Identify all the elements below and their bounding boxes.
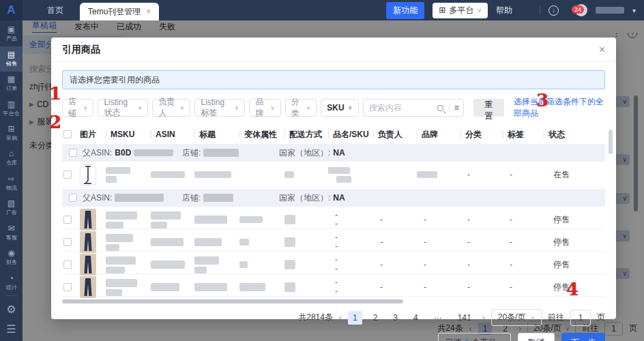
finance-icon: ◉ — [8, 249, 14, 257]
col-shipping: 配送方式 — [284, 130, 328, 138]
notification-badge: 24 — [572, 5, 584, 14]
product-image-jeans — [80, 209, 96, 231]
search-box: ≡ — [363, 99, 464, 117]
annotation-2: 2 — [49, 113, 61, 131]
customer-service-icon: ✉ — [8, 224, 14, 233]
orders-icon: ▦ — [8, 75, 15, 83]
annotation-1: 1 — [49, 85, 61, 102]
chevron-down-icon: ∨ — [270, 104, 275, 111]
tab-home[interactable]: 首页 — [38, 5, 73, 16]
page-size-select[interactable]: 20条/页∨ — [491, 309, 542, 326]
sidebar-item-purchasing[interactable]: ⊞采购 — [0, 121, 23, 146]
listing-tag-filter-dropdown[interactable]: Listing标签∨ — [194, 99, 245, 117]
username-redacted — [596, 7, 624, 14]
product-row[interactable]: - - 在售 — [62, 162, 605, 188]
sidebar-item-statistics[interactable]: ◔统计 — [0, 271, 23, 295]
product-row[interactable]: -- - - - - 停售 — [62, 229, 605, 252]
page-number-active[interactable]: 1 — [348, 311, 362, 325]
sku-field-dropdown[interactable]: SKU∨ — [321, 99, 359, 117]
prev-page-icon[interactable]: ‹ — [339, 313, 342, 323]
shop-filter-dropdown[interactable]: 店铺∨ — [62, 99, 93, 117]
statistics-icon: ◔ — [9, 274, 14, 282]
tab-label: Temu刊登管理 — [88, 6, 141, 18]
category-filter-dropdown[interactable]: 分类∨ — [285, 99, 317, 117]
row-checkbox[interactable] — [63, 261, 72, 269]
product-row[interactable]: -- - - - - 停售 — [62, 207, 605, 229]
status-stopped: 停售 — [544, 214, 593, 226]
product-row[interactable]: -- - - - - 停售 — [62, 274, 605, 297]
sidebar-item-logistics[interactable]: ⇨物流 — [0, 171, 23, 196]
page-number[interactable]: 4 — [409, 311, 423, 325]
sidebar-item-orders[interactable]: ▦订单 — [0, 72, 23, 96]
collapse-menu-icon[interactable]: ☰ — [6, 323, 16, 336]
sidebar-item-sales[interactable]: ▤销售 — [0, 46, 23, 71]
redacted-asin — [115, 194, 164, 202]
support-bell-icon[interactable] — [521, 5, 531, 15]
redacted-shop — [203, 149, 239, 157]
row-checkbox[interactable] — [63, 170, 72, 179]
sidebar-item-ads[interactable]: ▧广告 — [0, 196, 23, 220]
filter-row: 店铺∨ Listing状态∨ 负责人∨ Listing标签∨ 品牌∨ 分类∨ S… — [62, 96, 605, 119]
redacted-shop — [203, 194, 233, 202]
status-stopped: 停售 — [544, 237, 593, 248]
modal-title: 引用商品 — [62, 44, 100, 56]
annotation-3: 3 — [536, 91, 548, 109]
page-number[interactable]: 3 — [388, 311, 402, 325]
page-number[interactable]: 2 — [368, 311, 383, 325]
multi-platform-dropdown[interactable]: ⊞ 多平台 ∨ — [433, 3, 488, 18]
help-link[interactable]: 帮助 — [496, 5, 512, 16]
logistics-icon: ⇨ — [8, 175, 14, 183]
status-on-sale: 在售 — [544, 169, 593, 181]
sidebar-item-warehouse[interactable]: ⌂仓库 — [0, 146, 23, 170]
modal-vertical-scrollbar[interactable] — [609, 130, 613, 154]
brand-filter-dropdown[interactable]: 品牌∨ — [249, 99, 280, 117]
select-all-filtered-link[interactable]: 选择当前筛选条件下的全部商品 — [514, 96, 605, 119]
next-step-button[interactable]: 下一步 — [561, 333, 605, 341]
product-row[interactable]: -- - - - - 停售 — [62, 252, 605, 274]
select-all-checkbox[interactable] — [63, 130, 72, 138]
sidebar-item-finance[interactable]: ◉财务 — [0, 246, 23, 270]
settings-gear-icon[interactable]: ⚙ — [6, 303, 16, 316]
modal-close-icon[interactable]: × — [599, 44, 605, 56]
user-menu-caret-icon[interactable]: ▾ — [632, 7, 636, 14]
col-brand: 品牌 — [417, 130, 460, 138]
download-icon[interactable]: ↓ — [548, 5, 559, 16]
tab-temu-listing[interactable]: Temu刊登管理 × — [80, 3, 159, 20]
col-category: 分类 — [460, 130, 503, 138]
listing-status-filter-dropdown[interactable]: Listing状态∨ — [98, 99, 148, 117]
advanced-filter-icon[interactable]: ≡ — [449, 103, 459, 113]
row-checkbox[interactable] — [63, 238, 72, 246]
row-checkbox[interactable] — [63, 283, 72, 291]
cancel-button[interactable]: 取消 — [518, 333, 555, 341]
sidebar-item-platform-warehouse[interactable]: ▥平台仓 — [0, 96, 23, 121]
group-row: 父ASIN:B0D 店铺: 国家（地区）:NA — [62, 144, 605, 162]
selected-products-dropdown[interactable]: 已选 0 个产品 ∨ — [438, 333, 511, 341]
multi-platform-label: 多平台 — [449, 5, 473, 16]
product-image-jeans — [80, 276, 96, 298]
divider — [540, 5, 540, 15]
sidebar-item-customer-service[interactable]: ✉客服 — [0, 221, 23, 246]
table-header: 图片 MSKU ASIN 标题 变体属性 配送方式 品名/SKU 负责人 品牌 … — [62, 126, 605, 143]
next-page-icon[interactable]: › — [482, 313, 485, 323]
purchasing-icon: ⊞ — [8, 125, 14, 133]
owner-filter-dropdown[interactable]: 负责人∨ — [152, 99, 190, 117]
col-tag: 标签 — [503, 130, 544, 138]
chevron-down-icon: ∨ — [530, 314, 535, 321]
col-title: 标题 — [194, 130, 239, 138]
sidebar-item-products[interactable]: ▣产品 — [0, 22, 23, 46]
col-owner: 负责人 — [373, 130, 417, 138]
search-input[interactable] — [369, 103, 437, 113]
tab-close-icon[interactable]: × — [146, 7, 151, 16]
reset-button[interactable]: 重置 — [473, 99, 504, 117]
group-checkbox[interactable] — [69, 194, 77, 202]
page-number[interactable]: 141 — [453, 311, 476, 325]
new-feature-button[interactable]: 新功能 — [386, 2, 424, 19]
row-checkbox[interactable] — [63, 216, 72, 224]
group-checkbox[interactable] — [69, 149, 77, 157]
search-icon[interactable] — [437, 105, 443, 111]
col-image: 图片 — [80, 130, 106, 138]
selected-count: 0 — [465, 338, 469, 341]
horizontal-scrollbar[interactable] — [62, 299, 403, 303]
goto-page-input[interactable]: 1 — [570, 310, 591, 326]
page-ellipsis[interactable]: ··· — [429, 311, 447, 325]
